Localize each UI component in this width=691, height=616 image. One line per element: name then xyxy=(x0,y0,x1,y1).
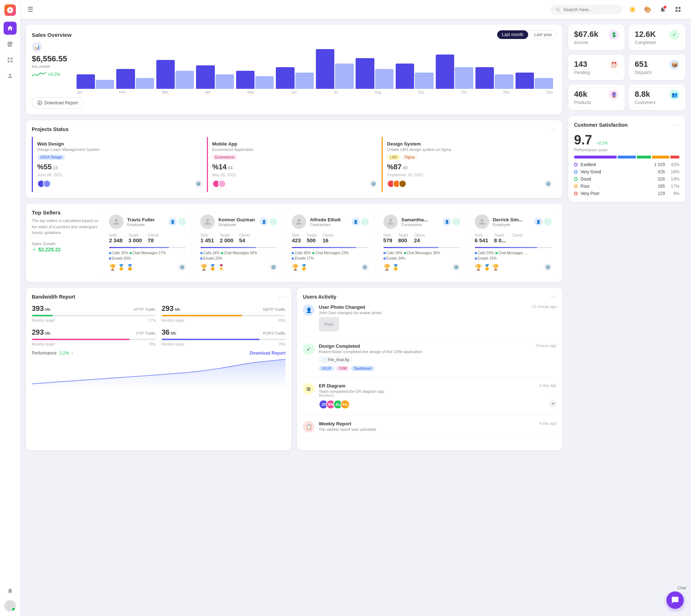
apps-icon[interactable] xyxy=(672,4,684,15)
bandwidth-chart xyxy=(32,359,286,387)
activity-item: 👤 User Photo Changed 12 minute ago John … xyxy=(303,304,557,338)
seller-card: Travis Fuller Employee 👤 ✉️ Sells 2 348 … xyxy=(104,209,191,276)
sales-growth-value: $2,225.22 xyxy=(32,247,104,252)
users-activity-card: Users Activity ··· 👤 User Photo Changed … xyxy=(297,288,562,450)
theme-icon[interactable]: ☀️ xyxy=(627,4,638,15)
chat-button[interactable] xyxy=(666,591,684,609)
seller-msg-icon[interactable]: ✉️ xyxy=(361,218,369,226)
bandwidth-more[interactable]: ··· xyxy=(279,294,286,300)
activity-expand-icon[interactable]: ↗ xyxy=(549,400,557,408)
stat-card-dispatch: 651 Dispatch 📦 xyxy=(629,55,685,80)
activity-type-icon: 👤 xyxy=(303,304,314,316)
period-btn-lastyear[interactable]: Last year xyxy=(530,30,557,39)
sidebar-item-grid[interactable] xyxy=(4,53,17,66)
sales-overview-card: Sales Overview Last month Last year 📊 $6… xyxy=(26,25,562,114)
seller-settings-icon[interactable]: ⚙️ xyxy=(269,263,277,271)
stat-card-customers: 8.8k Customers 👥 xyxy=(629,84,685,110)
notification-icon[interactable] xyxy=(657,4,669,15)
seller-action-icon[interactable]: 👤 xyxy=(260,218,268,226)
palette-icon[interactable]: 🎨 xyxy=(642,4,653,15)
stat-card-income: $67.6k Income 💲 xyxy=(568,25,625,50)
seller-settings-icon[interactable]: ⚙️ xyxy=(452,263,460,271)
period-btn-lastmonth[interactable]: Last month xyxy=(497,30,528,39)
projects-status-card: Projects Status ··· Web Design Design Le… xyxy=(26,120,562,198)
seller-settings-icon[interactable]: ⚙️ xyxy=(361,263,369,271)
seller-badges: 🏆🏅🎖️ xyxy=(200,264,225,271)
seller-badges: 🏆🥇🏅 xyxy=(109,264,134,271)
seller-msg-icon[interactable]: ✉️ xyxy=(178,218,186,226)
cs-row: Very Good 426 18% xyxy=(574,169,679,174)
cs-score: 9.7 xyxy=(574,133,592,148)
sidebar-item-home[interactable] xyxy=(4,22,17,35)
cs-row: Very Poor 129 9% xyxy=(574,191,679,196)
activity-item: ⊞ ER Diagram a day ago Team completed th… xyxy=(303,383,557,415)
cs-row: Exellent 1 029 42% xyxy=(574,162,679,167)
seller-action-icon[interactable]: 👤 xyxy=(169,218,177,226)
activity-item: ✓ Design Completed 3 hours ago Robert No… xyxy=(303,343,557,377)
bandwidth-item: 293 Mb FTP Traffic Monthly target 79% xyxy=(32,328,156,346)
seller-action-icon[interactable]: 👤 xyxy=(443,218,451,226)
seller-msg-icon[interactable]: ✉️ xyxy=(269,218,277,226)
seller-action-icon[interactable]: 👤 xyxy=(352,218,360,226)
seller-msg-icon[interactable]: ✉️ xyxy=(452,218,460,226)
seller-action-icon[interactable]: 👤 xyxy=(534,218,542,226)
seller-card: Alfredo Elliott Contractors 👤 ✉️ Sells 4… xyxy=(287,209,374,276)
seller-avatar xyxy=(383,214,398,229)
search-icon xyxy=(555,7,560,12)
sidebar-item-user[interactable] xyxy=(4,69,17,82)
activity-more[interactable]: ··· xyxy=(550,294,557,300)
seller-settings-icon[interactable]: ⚙️ xyxy=(178,263,186,271)
cs-more[interactable]: ··· xyxy=(673,122,679,128)
seller-card: Konnor Guzman Employee 👤 ✉️ Sells 1 451 … xyxy=(195,209,282,276)
project-item: Web Design Design Learn Management Syste… xyxy=(32,137,207,192)
sales-title: Sales Overview xyxy=(32,32,71,38)
search-input[interactable] xyxy=(563,7,614,12)
topbar: ☰ ☀️ 🎨 xyxy=(20,0,691,19)
menu-icon[interactable]: ☰ xyxy=(27,5,33,13)
trend-value: +3.2% xyxy=(48,72,60,77)
bandwidth-title: Bandwidth Report xyxy=(32,294,75,300)
top-sellers-title: Top Sellers xyxy=(32,209,104,216)
sales-trend: +3.2% xyxy=(32,71,67,78)
activity-item: 📋 Weekly Report a day ago The weekly rep… xyxy=(303,421,557,439)
cs-row: Good 326 14% xyxy=(574,177,679,182)
activity-type-icon: ⊞ xyxy=(303,383,314,395)
seller-settings-icon[interactable]: ⚙️ xyxy=(544,263,552,271)
sidebar-item-gift[interactable] xyxy=(4,38,17,51)
seller-badges: 🏆🥇🏆 xyxy=(475,264,499,271)
seller-avatar xyxy=(475,214,489,229)
sidebar-item-bell[interactable] xyxy=(4,584,17,597)
bandwidth-item: 393 Mb HTTP Traffic Monthly target 17% xyxy=(32,304,156,322)
app-logo[interactable] xyxy=(4,4,16,16)
bandwidth-card: Bandwidth Report ··· 393 Mb HTTP Traffic… xyxy=(26,288,291,450)
project-item: Design System Create LMS design system o… xyxy=(382,137,557,192)
seller-card: Derrick Sim... Employee 👤 ✉️ Sells 6 541… xyxy=(470,209,557,276)
cs-trend: +2.1% xyxy=(596,141,608,145)
project-settings-icon[interactable]: ⚙️ xyxy=(369,180,377,188)
seller-avatar xyxy=(292,214,306,229)
stat-card-completed: 12.6K Completed ✓ xyxy=(629,25,685,50)
growth-up-icon xyxy=(32,247,37,252)
cs-sub: Performance score xyxy=(574,148,679,152)
project-settings-icon[interactable]: ⚙️ xyxy=(195,180,203,188)
projects-more[interactable]: ··· xyxy=(550,126,557,133)
seller-msg-icon[interactable]: ✉️ xyxy=(544,218,552,226)
bandwidth-download-btn[interactable]: Download Report xyxy=(250,351,286,356)
stats-grid: $67.6k Income 💲 12.6K Completed ✓ 143 Pe… xyxy=(568,25,685,110)
cs-row: Poor 395 17% xyxy=(574,184,679,189)
project-settings-icon[interactable]: ⚙️ xyxy=(544,180,552,188)
cs-title: Customer Satisfaction xyxy=(574,122,628,128)
sidebar xyxy=(0,0,20,616)
sales-period: this month xyxy=(32,64,67,69)
chat-label: Chat xyxy=(678,586,686,590)
seller-badges: 🏆🥇 xyxy=(383,264,399,271)
perf-value: 3.2% xyxy=(59,351,69,356)
download-icon xyxy=(37,100,42,105)
search-box[interactable] xyxy=(550,5,622,14)
user-avatar[interactable] xyxy=(4,600,16,612)
stat-card-products: 46k Products 🔮 xyxy=(568,84,625,110)
top-sellers-card: Top Sellers The top sellers is calculate… xyxy=(26,204,562,282)
download-report-button[interactable]: Download Report xyxy=(32,97,83,109)
seller-badges: 🏆🥇 xyxy=(292,264,308,271)
customer-satisfaction-card: Customer Satisfaction ··· 9.7 +2.1% Perf… xyxy=(568,116,685,202)
